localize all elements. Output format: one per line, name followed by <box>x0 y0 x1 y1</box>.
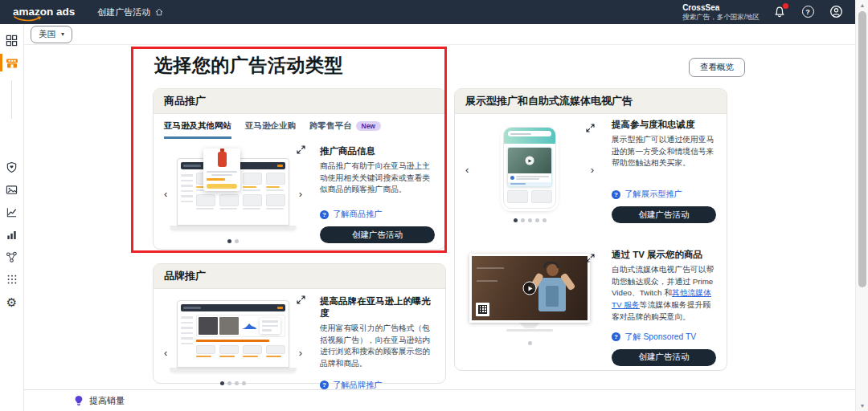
carousel-dots <box>514 218 547 222</box>
sidebar-item-brand-protection[interactable] <box>0 156 24 178</box>
tab-cross-retail[interactable]: 跨零售平台 New <box>309 120 381 139</box>
brand-banner-ad <box>196 315 285 337</box>
card-title-sponsored-products: 商品推广 <box>154 89 445 114</box>
carousel-prev-icon[interactable]: ‹ <box>164 348 167 358</box>
sidebar-divider <box>11 80 12 119</box>
boost-sales-label: 提高销量 <box>89 395 125 407</box>
sidebar-item-insights[interactable] <box>0 201 24 223</box>
home-icon[interactable] <box>154 7 164 17</box>
tv-person-image <box>534 264 570 320</box>
create-campaign-button-sd[interactable]: 创建广告活动 <box>612 206 716 223</box>
amazon-smile-icon <box>14 16 43 22</box>
expand-icon[interactable] <box>297 295 305 304</box>
expand-icon[interactable] <box>586 254 595 262</box>
carousel-dot[interactable] <box>242 381 246 385</box>
carousel-dot[interactable] <box>235 381 239 385</box>
view-overview-button[interactable]: 查看概览 <box>689 58 745 77</box>
shoe-image <box>240 319 258 332</box>
learn-sponsored-display-link[interactable]: ? 了解展示型推广 <box>612 189 716 200</box>
carousel-dot[interactable] <box>227 381 231 385</box>
sidebar-item-settings[interactable]: ⚙ <box>0 291 24 313</box>
tv-offer-description: 自助式流媒体电视广告可以帮助您触达观众，并通过 Prime Video、Twit… <box>612 264 716 323</box>
tab-amazon-and-other-sites[interactable]: 亚马逊及其他网站 <box>164 120 231 139</box>
buy-button-mock <box>207 184 237 189</box>
account-name: CrossSea <box>682 2 760 13</box>
carousel-dot[interactable] <box>528 218 532 222</box>
info-icon: ? <box>320 380 329 389</box>
tv-carousel <box>465 249 594 365</box>
carousel-dot[interactable] <box>514 218 518 222</box>
scroll-down-icon[interactable]: ▼ <box>856 403 868 409</box>
expand-icon[interactable] <box>586 124 595 132</box>
carousel-dot[interactable] <box>220 381 224 385</box>
carousel-next-icon[interactable]: › <box>591 165 594 175</box>
carousel-dot[interactable] <box>528 341 532 345</box>
carousel-dot[interactable] <box>535 218 539 222</box>
sd-carousel: ‹ › <box>465 119 594 223</box>
question-icon: ? <box>802 6 814 18</box>
carousel-dot[interactable] <box>542 218 547 222</box>
info-icon: ? <box>612 332 620 341</box>
qr-code <box>476 303 489 316</box>
notification-dot <box>783 3 788 9</box>
search-bar-mock <box>508 131 551 136</box>
carousel-dot[interactable] <box>227 239 231 243</box>
top-right-controls: CrossSea 搜索广告，多个国家/地区 ? <box>682 2 844 22</box>
sidebar-item-creative-assets[interactable] <box>0 178 24 201</box>
star-rating <box>207 178 225 181</box>
help-button[interactable]: ? <box>800 4 816 20</box>
sp-carousel: ‹ <box>164 145 302 243</box>
sidebar-item-audiences[interactable] <box>0 246 24 268</box>
sidebar-item-apps[interactable] <box>0 268 24 291</box>
sponsored-brands-card: 品牌推广 ‹ <box>153 263 446 384</box>
page-heading: 选择您的广告活动类型 <box>154 53 343 78</box>
carousel-next-icon[interactable]: › <box>299 348 302 358</box>
line-chart-icon <box>6 206 18 218</box>
lightbulb-icon <box>74 395 84 406</box>
sb-preview-image <box>177 300 289 372</box>
scrollbar-thumb[interactable] <box>858 11 866 287</box>
sp-offer-description: 商品推广有助于向在亚马逊上主动使用相关关键词搜索或查看类似商品的顾客推广商品。 <box>320 161 435 196</box>
shield-heart-icon <box>6 161 18 173</box>
create-campaign-button-tv[interactable]: 创建广告活动 <box>612 349 716 366</box>
sd-offer-description: 展示型推广可以通过使用亚马逊的第一方受众和情境信号来帮助您触达相关买家。 <box>612 134 716 169</box>
account-subtitle: 搜索广告，多个国家/地区 <box>682 13 760 22</box>
display-ad-mock <box>507 147 552 187</box>
notifications-button[interactable] <box>772 4 788 20</box>
amazon-ads-logo[interactable]: amazon ads <box>13 6 75 18</box>
carousel-next-icon[interactable]: › <box>299 189 302 199</box>
sponsored-products-card: 商品推广 亚马逊及其他网站 亚马逊企业购 跨零售平台 New ‹ <box>153 88 446 250</box>
left-sidebar: ⚙ <box>0 24 24 411</box>
sb-offer-title: 提高品牌在亚马逊上的曝光度 <box>320 295 435 319</box>
sponsored-tv-row: 通过 TV 展示您的商品 自助式流媒体电视广告可以帮助您触达观众，并通过 Pri… <box>465 249 716 365</box>
tab-amazon-business[interactable]: 亚马逊企业购 <box>245 120 296 139</box>
create-campaign-button-sp[interactable]: 创建广告活动 <box>320 226 435 243</box>
country-label: 美国 <box>39 29 55 40</box>
carousel-prev-icon[interactable]: ‹ <box>164 189 167 199</box>
sidebar-item-dashboard[interactable] <box>0 29 24 51</box>
account-menu-button[interactable] <box>828 4 844 20</box>
sponsored-display-tv-card: 展示型推广和自助式流媒体电视广告 ‹ › <box>454 88 727 371</box>
sd-offer-title: 提高参与度和忠诚度 <box>612 119 716 131</box>
learn-sponsored-tv-link[interactable]: ? 了解 Sponsored TV <box>612 332 716 343</box>
info-icon: ? <box>612 190 620 199</box>
carousel-prev-icon[interactable]: ‹ <box>465 165 469 175</box>
country-selector[interactable]: 美国 ▾ <box>31 26 72 43</box>
carousel-dot[interactable] <box>521 218 525 222</box>
account-info[interactable]: CrossSea 搜索广告，多个国家/地区 <box>682 2 760 22</box>
brand-accent-underline <box>196 340 269 342</box>
sidebar-item-measurement[interactable] <box>0 223 24 246</box>
page-title: 创建广告活动 <box>97 6 164 18</box>
boost-sales-footer[interactable]: 提高销量 <box>24 389 855 411</box>
learn-sponsored-products-link[interactable]: ? 了解商品推广 <box>320 209 435 220</box>
top-nav-bar: amazon ads 创建广告活动 CrossSea 搜索广告，多个国家/地区 … <box>0 0 868 24</box>
sidebar-item-campaigns[interactable] <box>0 51 24 74</box>
carousel-dots <box>227 239 239 243</box>
sb-offer-description: 使用富有吸引力的广告格式（包括视频广告），向在亚马逊站内进行浏览和搜索的顾客展示… <box>320 323 435 370</box>
scroll-up-icon[interactable]: ▲ <box>856 2 868 8</box>
page-scrollbar[interactable]: ▲ ▼ <box>855 0 868 411</box>
carousel-dot[interactable] <box>235 239 239 243</box>
expand-icon[interactable] <box>297 145 305 154</box>
play-icon <box>526 157 534 165</box>
info-icon: ? <box>320 210 329 219</box>
